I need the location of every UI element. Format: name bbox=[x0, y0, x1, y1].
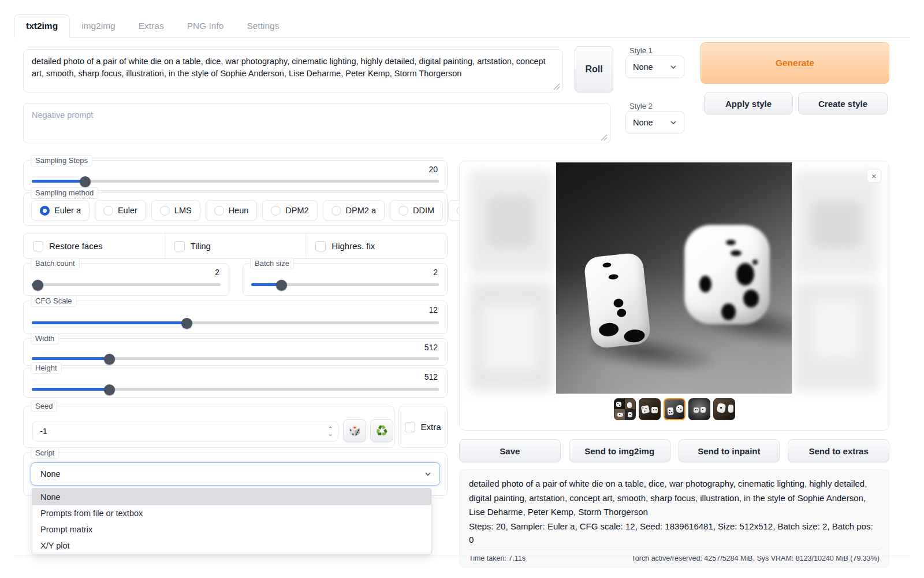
width-label: Width bbox=[31, 333, 59, 344]
tab-extras[interactable]: Extras bbox=[127, 15, 176, 37]
send-to-inpaint-button[interactable]: Send to inpaint bbox=[679, 439, 780, 462]
create-style-button[interactable]: Create style bbox=[798, 92, 888, 114]
resize-grip-icon[interactable] bbox=[553, 83, 560, 90]
toggles-box: Restore faces Tiling Highres. fix bbox=[23, 233, 448, 259]
gallery-thumbnail-2[interactable] bbox=[639, 398, 661, 420]
output-prompt-text: detailed photo of a pair of white die on… bbox=[469, 477, 880, 520]
slider-handle[interactable] bbox=[181, 318, 192, 329]
sampler-dpm2-a[interactable]: DPM2 a bbox=[323, 200, 385, 221]
sampler-dpm2[interactable]: DPM2 bbox=[262, 200, 317, 221]
generated-image[interactable] bbox=[556, 162, 792, 394]
restore-faces-toggle[interactable]: Restore faces bbox=[24, 234, 165, 258]
save-button[interactable]: Save bbox=[459, 439, 561, 462]
close-icon: × bbox=[871, 171, 877, 181]
send-to-extras-button[interactable]: Send to extras bbox=[788, 439, 889, 462]
chevron-down-icon bbox=[670, 64, 677, 71]
tiling-toggle[interactable]: Tiling bbox=[165, 234, 306, 258]
slider-handle[interactable] bbox=[32, 280, 43, 291]
reuse-seed-button[interactable]: ♻️ bbox=[370, 419, 393, 442]
script-option-prompts-from-file[interactable]: Prompts from file or textbox bbox=[32, 505, 431, 521]
batch-count-box: Batch count 2 bbox=[23, 263, 229, 296]
batch-size-slider[interactable] bbox=[251, 283, 439, 286]
seed-stepper[interactable]: ⌃ ⌄ bbox=[323, 423, 337, 440]
gallery-thumbnail-4[interactable] bbox=[688, 398, 710, 420]
seed-input[interactable] bbox=[32, 421, 338, 442]
script-option-prompt-matrix[interactable]: Prompt matrix bbox=[32, 521, 431, 538]
batch-count-label: Batch count bbox=[31, 258, 80, 269]
style2-value: None bbox=[633, 118, 653, 127]
script-value: None bbox=[40, 469, 61, 479]
width-slider[interactable] bbox=[32, 357, 439, 360]
tab-settings[interactable]: Settings bbox=[235, 15, 290, 37]
radio-icon bbox=[271, 206, 281, 216]
script-select[interactable]: None bbox=[31, 462, 440, 486]
style1-select[interactable]: None bbox=[625, 55, 684, 78]
tab-txt2img[interactable]: txt2img bbox=[14, 14, 70, 38]
script-option-xy-plot[interactable]: X/Y plot bbox=[32, 538, 431, 554]
roll-button[interactable]: Roll bbox=[575, 46, 613, 92]
resize-grip-icon[interactable] bbox=[601, 134, 608, 141]
batch-size-label: Batch size bbox=[250, 258, 294, 269]
batch-count-slider[interactable] bbox=[32, 283, 221, 286]
sampler-euler-a[interactable]: Euler a bbox=[31, 200, 90, 221]
sampling-steps-slider[interactable] bbox=[32, 180, 439, 183]
gallery-thumbnail-5[interactable] bbox=[713, 398, 735, 420]
style2-select[interactable]: None bbox=[625, 111, 684, 134]
height-box: Height 512 bbox=[23, 368, 448, 398]
extra-label: Extra bbox=[420, 422, 441, 432]
tab-png-info[interactable]: PNG Info bbox=[176, 15, 236, 37]
extra-seed-box: Extra bbox=[398, 406, 448, 448]
apply-style-button[interactable]: Apply style bbox=[704, 92, 793, 114]
cfg-scale-slider[interactable] bbox=[32, 321, 439, 324]
slider-handle[interactable] bbox=[80, 176, 91, 187]
width-value: 512 bbox=[424, 343, 438, 352]
random-seed-button[interactable]: 🎲 bbox=[343, 419, 366, 442]
height-label: Height bbox=[31, 362, 62, 374]
slider-handle[interactable] bbox=[104, 384, 115, 395]
sampler-euler[interactable]: Euler bbox=[95, 200, 146, 221]
send-to-img2img-button[interactable]: Send to img2img bbox=[569, 439, 670, 462]
cfg-scale-value: 12 bbox=[429, 305, 438, 314]
gallery-thumbnail-3-selected[interactable] bbox=[664, 398, 685, 420]
bottom-divider bbox=[14, 555, 910, 556]
batch-size-value: 2 bbox=[433, 268, 438, 277]
close-gallery-button[interactable]: × bbox=[867, 169, 881, 183]
checkbox-icon[interactable] bbox=[405, 422, 415, 432]
radio-icon bbox=[398, 206, 408, 216]
script-option-none[interactable]: None bbox=[32, 489, 431, 505]
gallery-thumbnail-1[interactable] bbox=[614, 398, 636, 420]
batch-count-value: 2 bbox=[215, 268, 219, 277]
chevron-down-icon bbox=[424, 470, 431, 477]
seed-box: Seed ⌃ ⌄ 🎲 ♻️ bbox=[23, 406, 394, 448]
radio-icon bbox=[331, 206, 341, 216]
style1-value: None bbox=[633, 62, 653, 72]
script-label: Script bbox=[31, 447, 59, 459]
stepper-down-icon[interactable]: ⌄ bbox=[327, 431, 333, 436]
txt2img-app: txt2img img2img Extras PNG Info Settings… bbox=[0, 0, 924, 578]
slider-handle[interactable] bbox=[104, 354, 115, 365]
output-params-text: Steps: 20, Sampler: Euler a, CFG scale: … bbox=[469, 520, 880, 547]
sampler-lms[interactable]: LMS bbox=[151, 200, 200, 221]
checkbox-icon bbox=[174, 241, 185, 251]
tab-img2img[interactable]: img2img bbox=[70, 15, 127, 37]
generate-button[interactable]: Generate bbox=[701, 42, 889, 84]
style1-label: Style 1 bbox=[629, 46, 653, 55]
gallery-thumbnails bbox=[460, 398, 889, 420]
checkbox-icon bbox=[315, 241, 326, 251]
chevron-down-icon bbox=[670, 119, 677, 126]
sampling-steps-label: Sampling Steps bbox=[31, 155, 92, 166]
radio-icon bbox=[103, 206, 113, 216]
height-slider[interactable] bbox=[32, 388, 439, 391]
sampler-heun[interactable]: Heun bbox=[206, 200, 258, 221]
sampler-ddim[interactable]: DDIM bbox=[390, 200, 443, 221]
highres-fix-toggle[interactable]: Highres. fix bbox=[305, 234, 447, 258]
sampling-method-box: Sampling method Euler a Euler LMS Heun D… bbox=[23, 192, 448, 226]
negative-prompt-input[interactable] bbox=[23, 103, 610, 143]
result-gallery: × bbox=[459, 161, 889, 431]
prompt-input[interactable]: detailed photo of a pair of white die on… bbox=[23, 49, 563, 92]
slider-handle[interactable] bbox=[276, 280, 287, 291]
batch-size-box: Batch size 2 bbox=[243, 263, 448, 296]
sampling-steps-value: 20 bbox=[429, 165, 438, 174]
cfg-scale-label: CFG Scale bbox=[31, 295, 77, 307]
generation-info-panel: detailed photo of a pair of white die on… bbox=[459, 469, 889, 568]
